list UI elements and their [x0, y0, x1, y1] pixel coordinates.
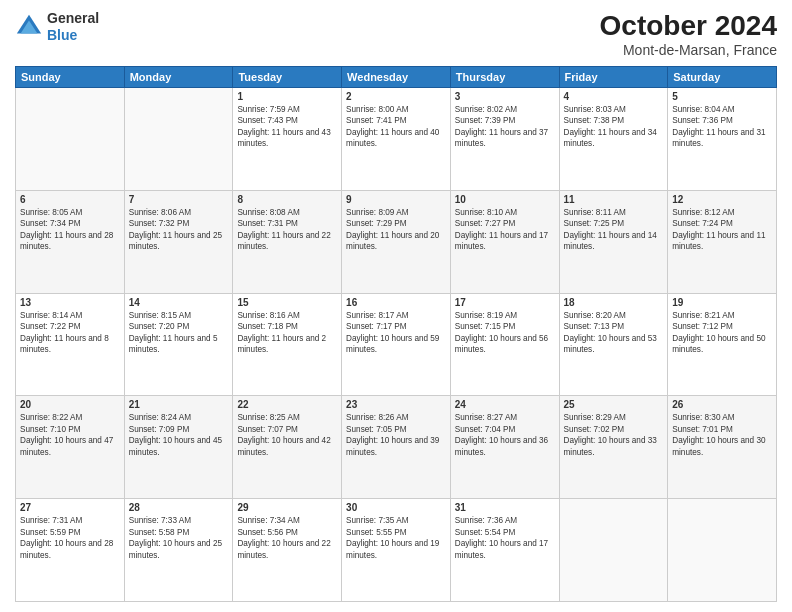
day-number: 19	[672, 297, 772, 308]
day-info: Sunrise: 8:10 AM Sunset: 7:27 PM Dayligh…	[455, 207, 555, 253]
day-info: Sunrise: 8:04 AM Sunset: 7:36 PM Dayligh…	[672, 104, 772, 150]
day-of-week-header: Friday	[559, 67, 668, 88]
calendar-cell: 16Sunrise: 8:17 AM Sunset: 7:17 PM Dayli…	[342, 293, 451, 396]
calendar-cell: 11Sunrise: 8:11 AM Sunset: 7:25 PM Dayli…	[559, 190, 668, 293]
calendar-cell: 30Sunrise: 7:35 AM Sunset: 5:55 PM Dayli…	[342, 499, 451, 602]
day-info: Sunrise: 8:26 AM Sunset: 7:05 PM Dayligh…	[346, 412, 446, 458]
day-number: 5	[672, 91, 772, 102]
day-info: Sunrise: 8:06 AM Sunset: 7:32 PM Dayligh…	[129, 207, 229, 253]
calendar-cell: 31Sunrise: 7:36 AM Sunset: 5:54 PM Dayli…	[450, 499, 559, 602]
day-info: Sunrise: 7:33 AM Sunset: 5:58 PM Dayligh…	[129, 515, 229, 561]
day-of-week-header: Tuesday	[233, 67, 342, 88]
day-info: Sunrise: 8:25 AM Sunset: 7:07 PM Dayligh…	[237, 412, 337, 458]
header: General Blue October 2024 Mont-de-Marsan…	[15, 10, 777, 58]
calendar-week-row: 27Sunrise: 7:31 AM Sunset: 5:59 PM Dayli…	[16, 499, 777, 602]
day-info: Sunrise: 8:00 AM Sunset: 7:41 PM Dayligh…	[346, 104, 446, 150]
logo-text: General Blue	[47, 10, 99, 44]
day-number: 12	[672, 194, 772, 205]
day-info: Sunrise: 7:31 AM Sunset: 5:59 PM Dayligh…	[20, 515, 120, 561]
day-number: 23	[346, 399, 446, 410]
calendar-cell: 24Sunrise: 8:27 AM Sunset: 7:04 PM Dayli…	[450, 396, 559, 499]
day-info: Sunrise: 8:21 AM Sunset: 7:12 PM Dayligh…	[672, 310, 772, 356]
day-info: Sunrise: 8:02 AM Sunset: 7:39 PM Dayligh…	[455, 104, 555, 150]
calendar-week-row: 20Sunrise: 8:22 AM Sunset: 7:10 PM Dayli…	[16, 396, 777, 499]
calendar-cell: 18Sunrise: 8:20 AM Sunset: 7:13 PM Dayli…	[559, 293, 668, 396]
month-year: October 2024	[600, 10, 777, 42]
day-of-week-header: Saturday	[668, 67, 777, 88]
day-number: 6	[20, 194, 120, 205]
calendar-cell: 7Sunrise: 8:06 AM Sunset: 7:32 PM Daylig…	[124, 190, 233, 293]
day-info: Sunrise: 8:19 AM Sunset: 7:15 PM Dayligh…	[455, 310, 555, 356]
calendar-cell	[668, 499, 777, 602]
logo-icon	[15, 13, 43, 41]
day-info: Sunrise: 8:20 AM Sunset: 7:13 PM Dayligh…	[564, 310, 664, 356]
calendar-cell: 8Sunrise: 8:08 AM Sunset: 7:31 PM Daylig…	[233, 190, 342, 293]
calendar-cell: 2Sunrise: 8:00 AM Sunset: 7:41 PM Daylig…	[342, 88, 451, 191]
calendar-cell	[559, 499, 668, 602]
day-of-week-header: Monday	[124, 67, 233, 88]
calendar-cell: 25Sunrise: 8:29 AM Sunset: 7:02 PM Dayli…	[559, 396, 668, 499]
calendar-cell	[16, 88, 125, 191]
day-number: 11	[564, 194, 664, 205]
calendar-cell	[124, 88, 233, 191]
day-number: 10	[455, 194, 555, 205]
day-info: Sunrise: 8:09 AM Sunset: 7:29 PM Dayligh…	[346, 207, 446, 253]
calendar-cell: 29Sunrise: 7:34 AM Sunset: 5:56 PM Dayli…	[233, 499, 342, 602]
calendar-cell: 23Sunrise: 8:26 AM Sunset: 7:05 PM Dayli…	[342, 396, 451, 499]
day-info: Sunrise: 8:11 AM Sunset: 7:25 PM Dayligh…	[564, 207, 664, 253]
calendar-cell: 1Sunrise: 7:59 AM Sunset: 7:43 PM Daylig…	[233, 88, 342, 191]
day-info: Sunrise: 7:34 AM Sunset: 5:56 PM Dayligh…	[237, 515, 337, 561]
day-number: 24	[455, 399, 555, 410]
logo: General Blue	[15, 10, 99, 44]
day-number: 29	[237, 502, 337, 513]
calendar-table: SundayMondayTuesdayWednesdayThursdayFrid…	[15, 66, 777, 602]
day-info: Sunrise: 8:24 AM Sunset: 7:09 PM Dayligh…	[129, 412, 229, 458]
calendar-cell: 6Sunrise: 8:05 AM Sunset: 7:34 PM Daylig…	[16, 190, 125, 293]
day-number: 21	[129, 399, 229, 410]
calendar-week-row: 6Sunrise: 8:05 AM Sunset: 7:34 PM Daylig…	[16, 190, 777, 293]
calendar-cell: 26Sunrise: 8:30 AM Sunset: 7:01 PM Dayli…	[668, 396, 777, 499]
calendar-cell: 5Sunrise: 8:04 AM Sunset: 7:36 PM Daylig…	[668, 88, 777, 191]
day-number: 18	[564, 297, 664, 308]
day-number: 16	[346, 297, 446, 308]
day-info: Sunrise: 8:16 AM Sunset: 7:18 PM Dayligh…	[237, 310, 337, 356]
day-of-week-header: Sunday	[16, 67, 125, 88]
day-info: Sunrise: 8:27 AM Sunset: 7:04 PM Dayligh…	[455, 412, 555, 458]
day-info: Sunrise: 7:59 AM Sunset: 7:43 PM Dayligh…	[237, 104, 337, 150]
calendar-cell: 22Sunrise: 8:25 AM Sunset: 7:07 PM Dayli…	[233, 396, 342, 499]
day-number: 15	[237, 297, 337, 308]
day-number: 25	[564, 399, 664, 410]
day-info: Sunrise: 8:12 AM Sunset: 7:24 PM Dayligh…	[672, 207, 772, 253]
day-number: 22	[237, 399, 337, 410]
day-info: Sunrise: 8:14 AM Sunset: 7:22 PM Dayligh…	[20, 310, 120, 356]
calendar-cell: 20Sunrise: 8:22 AM Sunset: 7:10 PM Dayli…	[16, 396, 125, 499]
calendar-cell: 17Sunrise: 8:19 AM Sunset: 7:15 PM Dayli…	[450, 293, 559, 396]
day-info: Sunrise: 7:36 AM Sunset: 5:54 PM Dayligh…	[455, 515, 555, 561]
calendar-cell: 14Sunrise: 8:15 AM Sunset: 7:20 PM Dayli…	[124, 293, 233, 396]
day-info: Sunrise: 8:03 AM Sunset: 7:38 PM Dayligh…	[564, 104, 664, 150]
title-block: October 2024 Mont-de-Marsan, France	[600, 10, 777, 58]
day-info: Sunrise: 8:08 AM Sunset: 7:31 PM Dayligh…	[237, 207, 337, 253]
day-of-week-header: Thursday	[450, 67, 559, 88]
day-info: Sunrise: 8:05 AM Sunset: 7:34 PM Dayligh…	[20, 207, 120, 253]
day-number: 28	[129, 502, 229, 513]
calendar-cell: 27Sunrise: 7:31 AM Sunset: 5:59 PM Dayli…	[16, 499, 125, 602]
calendar-cell: 12Sunrise: 8:12 AM Sunset: 7:24 PM Dayli…	[668, 190, 777, 293]
day-number: 20	[20, 399, 120, 410]
day-number: 26	[672, 399, 772, 410]
calendar-week-row: 13Sunrise: 8:14 AM Sunset: 7:22 PM Dayli…	[16, 293, 777, 396]
calendar-cell: 15Sunrise: 8:16 AM Sunset: 7:18 PM Dayli…	[233, 293, 342, 396]
day-number: 14	[129, 297, 229, 308]
day-number: 9	[346, 194, 446, 205]
day-info: Sunrise: 8:29 AM Sunset: 7:02 PM Dayligh…	[564, 412, 664, 458]
calendar-cell: 10Sunrise: 8:10 AM Sunset: 7:27 PM Dayli…	[450, 190, 559, 293]
day-number: 7	[129, 194, 229, 205]
calendar-cell: 3Sunrise: 8:02 AM Sunset: 7:39 PM Daylig…	[450, 88, 559, 191]
calendar-cell: 4Sunrise: 8:03 AM Sunset: 7:38 PM Daylig…	[559, 88, 668, 191]
day-number: 13	[20, 297, 120, 308]
day-info: Sunrise: 8:22 AM Sunset: 7:10 PM Dayligh…	[20, 412, 120, 458]
day-of-week-header: Wednesday	[342, 67, 451, 88]
day-number: 1	[237, 91, 337, 102]
day-number: 3	[455, 91, 555, 102]
day-number: 2	[346, 91, 446, 102]
